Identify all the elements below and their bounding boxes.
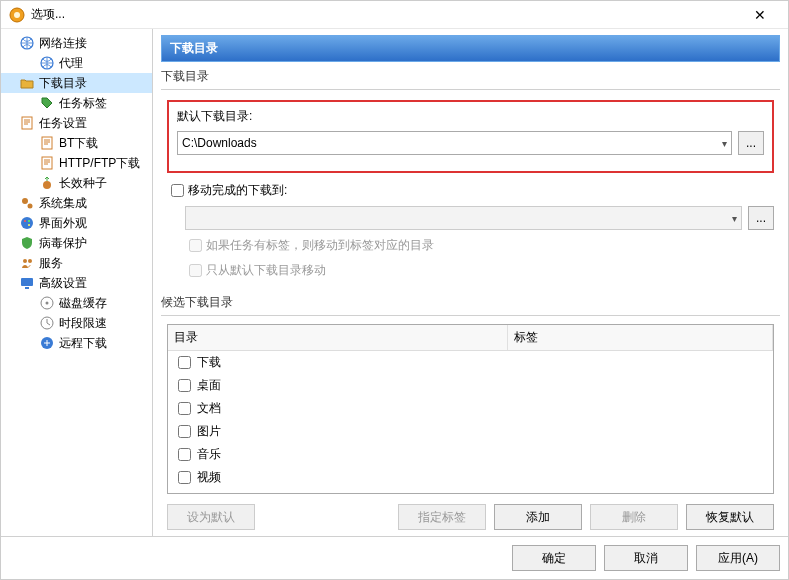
delete-button: 删除 [590,504,678,530]
list-item[interactable]: 下载 [168,351,773,374]
list-item-label: 视频 [197,469,221,486]
sidebar-tree[interactable]: 网络连接代理下载目录任务标签任务设置BT下载HTTP/FTP下载长效种子系统集成… [1,29,153,536]
move-completed-input[interactable] [171,184,184,197]
sidebar-item-label: 时段限速 [59,315,107,332]
sidebar-item-1[interactable]: 代理 [1,53,152,73]
svg-point-1 [14,12,20,18]
sidebar-item-14[interactable]: 时段限速 [1,313,152,333]
sidebar-item-6[interactable]: HTTP/FTP下载 [1,153,152,173]
sidebar-item-label: BT下载 [59,135,98,152]
list-item[interactable]: 视频 [168,466,773,489]
palette-icon [19,215,35,231]
titlebar: 选项... ✕ [1,1,788,29]
group-candidates: 候选下载目录 目录 标签 下载桌面文档图片音乐视频C:\Downloads 设为… [161,294,780,536]
move-by-tag-input [189,239,202,252]
svg-rect-17 [25,287,29,289]
list-item-checkbox[interactable] [178,356,191,369]
candidates-legend: 候选下载目录 [161,294,780,311]
cancel-button[interactable]: 取消 [604,545,688,571]
sidebar-item-label: 系统集成 [39,195,87,212]
sidebar-item-label: 服务 [39,255,63,272]
chevron-down-icon: ▾ [722,138,727,149]
sidebar-item-9[interactable]: 界面外观 [1,213,152,233]
default-dir-value: C:\Downloads [182,136,257,150]
svg-rect-16 [21,278,33,286]
list-item-checkbox[interactable] [178,448,191,461]
sidebar-item-label: 病毒保护 [39,235,87,252]
restore-button[interactable]: 恢复默认 [686,504,774,530]
remote-icon [39,335,55,351]
list-item-checkbox[interactable] [178,379,191,392]
monitor-icon [19,275,35,291]
assign-tag-button: 指定标签 [398,504,486,530]
sidebar-item-label: HTTP/FTP下载 [59,155,140,172]
dialog-footer: 确定 取消 应用(A) [1,536,788,579]
content-pane: 下载目录 下载目录 默认下载目录: C:\Downloads ▾ .. [153,29,788,536]
candidates-list[interactable]: 目录 标签 下载桌面文档图片音乐视频C:\Downloads [167,324,774,494]
folder-icon [19,75,35,91]
gears-icon [19,195,35,211]
sidebar-item-5[interactable]: BT下载 [1,133,152,153]
sidebar-item-4[interactable]: 任务设置 [1,113,152,133]
group-download-dir: 下载目录 默认下载目录: C:\Downloads ▾ ... [161,68,780,288]
shield-icon [19,235,35,251]
svg-point-11 [24,220,26,222]
ok-button[interactable]: 确定 [512,545,596,571]
move-dir-combo: ▾ [185,206,742,230]
people-icon [19,255,35,271]
sidebar-item-15[interactable]: 远程下载 [1,333,152,353]
close-icon[interactable]: ✕ [740,7,780,23]
body: 网络连接代理下载目录任务标签任务设置BT下载HTTP/FTP下载长效种子系统集成… [1,29,788,536]
sidebar-item-0[interactable]: 网络连接 [1,33,152,53]
seed-icon [39,175,55,191]
default-dir-combo[interactable]: C:\Downloads ▾ [177,131,732,155]
browse-move-button[interactable]: ... [748,206,774,230]
svg-point-10 [21,217,33,229]
list-item[interactable]: C:\Downloads [168,489,773,494]
app-icon [9,7,25,23]
list-item-checkbox[interactable] [178,471,191,484]
default-dir-highlight: 默认下载目录: C:\Downloads ▾ ... [167,100,774,173]
list-item[interactable]: 文档 [168,397,773,420]
list-item[interactable]: 图片 [168,420,773,443]
col-dir[interactable]: 目录 [168,325,508,350]
add-button[interactable]: 添加 [494,504,582,530]
svg-point-7 [43,181,51,189]
list-item-label: 音乐 [197,446,221,463]
svg-point-14 [23,259,27,263]
sidebar-item-11[interactable]: 服务 [1,253,152,273]
default-dir-label: 默认下载目录: [177,108,252,125]
svg-point-19 [46,302,49,305]
list-item-label: 文档 [197,400,221,417]
browse-default-button[interactable]: ... [738,131,764,155]
page-icon [19,115,35,131]
sidebar-item-2[interactable]: 下载目录 [1,73,152,93]
sidebar-item-7[interactable]: 长效种子 [1,173,152,193]
sidebar-item-12[interactable]: 高级设置 [1,273,152,293]
list-item-checkbox[interactable] [178,425,191,438]
list-item[interactable]: 桌面 [168,374,773,397]
list-item[interactable]: 音乐 [168,443,773,466]
sidebar-item-13[interactable]: 磁盘缓存 [1,293,152,313]
move-completed-checkbox[interactable]: 移动完成的下载到: [167,181,774,200]
svg-point-9 [28,204,33,209]
sidebar-item-3[interactable]: 任务标签 [1,93,152,113]
globe-icon [19,35,35,51]
page-icon [39,135,55,151]
svg-point-12 [28,220,30,222]
sidebar-item-label: 任务设置 [39,115,87,132]
sidebar-item-10[interactable]: 病毒保护 [1,233,152,253]
sidebar-item-label: 远程下载 [59,335,107,352]
apply-button[interactable]: 应用(A) [696,545,780,571]
col-tag[interactable]: 标签 [508,325,773,350]
move-by-tag-checkbox: 如果任务有标签，则移动到标签对应的目录 [185,236,774,255]
list-item-checkbox[interactable] [178,402,191,415]
chevron-down-icon: ▾ [732,213,737,224]
sidebar-item-8[interactable]: 系统集成 [1,193,152,213]
move-by-tag-label: 如果任务有标签，则移动到标签对应的目录 [206,237,434,254]
move-from-default-checkbox: 只从默认下载目录移动 [185,261,774,280]
window-title: 选项... [31,6,740,23]
globe-icon [39,55,55,71]
svg-rect-4 [22,117,32,129]
sidebar-item-label: 任务标签 [59,95,107,112]
